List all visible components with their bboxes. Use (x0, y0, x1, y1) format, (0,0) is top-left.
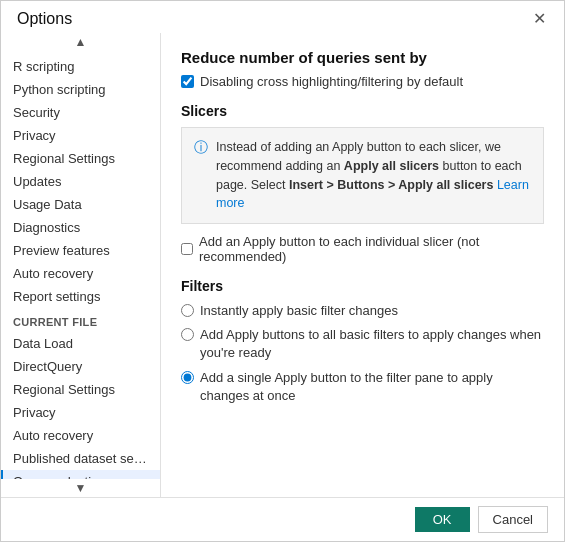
filter-radio-0[interactable] (181, 304, 194, 317)
filter-radio-label-1: Add Apply buttons to all basic filters t… (200, 326, 544, 362)
global-nav: R scriptingPython scriptingSecurityPriva… (1, 55, 160, 308)
close-button[interactable]: ✕ (527, 9, 552, 29)
slicers-info-text: Instead of adding an Apply button to eac… (216, 138, 531, 213)
sidebar-item[interactable]: Auto recovery (1, 262, 160, 285)
sidebar-item[interactable]: R scripting (1, 55, 160, 78)
individual-slicer-label: Add an Apply button to each individual s… (199, 234, 544, 264)
sidebar-current-file-item[interactable]: DirectQuery (1, 355, 160, 378)
sidebar-item[interactable]: Report settings (1, 285, 160, 308)
dialog-body: ▲ R scriptingPython scriptingSecurityPri… (1, 33, 564, 497)
disable-cross-highlighting-label: Disabling cross highlighting/filtering b… (200, 74, 463, 89)
filters-title: Filters (181, 278, 544, 294)
sidebar-item[interactable]: Updates (1, 170, 160, 193)
sidebar-current-file-item[interactable]: Privacy (1, 401, 160, 424)
sidebar-current-file-item[interactable]: Data Load (1, 332, 160, 355)
individual-slicer-row: Add an Apply button to each individual s… (181, 234, 544, 264)
individual-slicer-checkbox[interactable] (181, 243, 193, 255)
sidebar-current-file-item[interactable]: Regional Settings (1, 378, 160, 401)
current-file-header: CURRENT FILE (1, 308, 160, 332)
sidebar-current-file-item[interactable]: Published dataset set... (1, 447, 160, 470)
sidebar-item[interactable]: Python scripting (1, 78, 160, 101)
sidebar-scroll-down-button[interactable]: ▼ (1, 479, 160, 497)
filter-radio-1[interactable] (181, 328, 194, 341)
info-icon: ⓘ (194, 139, 208, 157)
filter-radio-row: Add a single Apply button to the filter … (181, 369, 544, 405)
cancel-button[interactable]: Cancel (478, 506, 548, 533)
dialog-title: Options (17, 10, 72, 28)
options-dialog: Options ✕ ▲ R scriptingPython scriptingS… (0, 0, 565, 542)
dialog-titlebar: Options ✕ (1, 1, 564, 33)
sidebar-item[interactable]: Usage Data (1, 193, 160, 216)
sidebar-scroll-up-button[interactable]: ▲ (1, 33, 160, 51)
sidebar-item[interactable]: Security (1, 101, 160, 124)
filter-radio-label-2: Add a single Apply button to the filter … (200, 369, 544, 405)
slicers-info-box: ⓘ Instead of adding an Apply button to e… (181, 127, 544, 224)
sidebar-current-file-item[interactable]: Auto recovery (1, 424, 160, 447)
sidebar-item[interactable]: Preview features (1, 239, 160, 262)
sidebar-scroll-area: R scriptingPython scriptingSecurityPriva… (1, 51, 160, 479)
filter-radio-row: Instantly apply basic filter changes (181, 302, 544, 320)
sidebar-current-file-item[interactable]: Query reduction (1, 470, 160, 479)
slicers-title: Slicers (181, 103, 544, 119)
sidebar-item[interactable]: Diagnostics (1, 216, 160, 239)
filter-radio-label-0: Instantly apply basic filter changes (200, 302, 398, 320)
filter-radio-2[interactable] (181, 371, 194, 384)
main-content: Reduce number of queries sent by Disabli… (161, 33, 564, 497)
disable-cross-highlighting-row: Disabling cross highlighting/filtering b… (181, 74, 544, 89)
current-file-nav: Data LoadDirectQueryRegional SettingsPri… (1, 332, 160, 479)
ok-button[interactable]: OK (415, 507, 470, 532)
sidebar-item[interactable]: Regional Settings (1, 147, 160, 170)
dialog-footer: OK Cancel (1, 497, 564, 541)
sidebar-item[interactable]: Privacy (1, 124, 160, 147)
disable-cross-highlighting-checkbox[interactable] (181, 75, 194, 88)
filters-radio-group: Instantly apply basic filter changesAdd … (181, 302, 544, 405)
sidebar: ▲ R scriptingPython scriptingSecurityPri… (1, 33, 161, 497)
filter-radio-row: Add Apply buttons to all basic filters t… (181, 326, 544, 362)
page-title: Reduce number of queries sent by (181, 49, 544, 66)
